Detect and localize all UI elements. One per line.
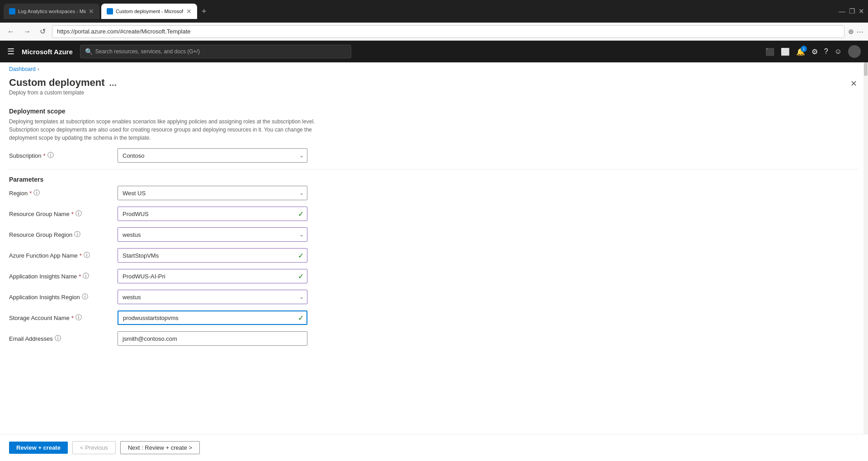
subscription-select-wrapper: Contoso ⌄ — [118, 148, 307, 163]
browser-controls: ← → ↺ ⊛ ⋯ — [0, 23, 868, 41]
browser-menu-icon[interactable]: ⋯ — [857, 28, 863, 36]
subscription-row: Subscription * ⓘ Contoso ⌄ — [9, 148, 859, 163]
application-insights-name-control: ✓ — [118, 269, 307, 283]
forward-button[interactable]: → — [21, 26, 33, 38]
application-insights-region-control: westus eastus westeurope ⌄ — [118, 290, 307, 304]
application-insights-region-row: Application Insights Region ⓘ westus eas… — [9, 290, 859, 304]
storage-account-name-control: ✓ — [118, 310, 307, 325]
next-button[interactable]: Next : Review + create > — [120, 441, 200, 454]
deployment-scope-title: Deployment scope — [9, 108, 859, 115]
subscription-info-icon[interactable]: ⓘ — [47, 151, 54, 160]
scrollbar-thumb[interactable] — [864, 62, 868, 76]
region-control: West US East US West Europe ⌄ — [118, 186, 307, 200]
azure-function-app-name-label-text: Azure Function App Name — [9, 252, 78, 259]
tab-close-2[interactable]: ✕ — [186, 8, 192, 15]
sidebar-toggle-button[interactable]: ☰ — [7, 47, 14, 56]
email-addresses-info-icon[interactable]: ⓘ — [55, 334, 61, 343]
resource-group-region-info-icon[interactable]: ⓘ — [74, 230, 80, 239]
resource-group-region-select[interactable]: westus eastus westeurope — [118, 227, 307, 242]
subscription-control: Contoso ⌄ — [118, 148, 307, 163]
review-create-button[interactable]: Review + create — [9, 442, 68, 454]
resource-group-name-control: ✓ — [118, 207, 307, 221]
settings-icon[interactable]: ⚙ — [811, 47, 818, 56]
window-close-button[interactable]: ✕ — [859, 7, 864, 15]
azure-function-app-name-input[interactable] — [118, 248, 307, 263]
subscription-select[interactable]: Contoso — [118, 148, 307, 163]
resource-group-name-row: Resource Group Name * ⓘ ✓ — [9, 207, 859, 221]
resource-group-name-input-wrapper: ✓ — [118, 207, 307, 221]
feedback-icon[interactable]: ⬜ — [781, 47, 790, 56]
window-minimize-button[interactable]: — — [839, 7, 845, 15]
resource-group-name-input[interactable] — [118, 207, 307, 221]
window-restore-button[interactable]: ❐ — [849, 7, 855, 15]
parameters-title: Parameters — [9, 176, 859, 183]
extensions-icon[interactable]: ⊛ — [848, 28, 854, 36]
region-select-wrapper: West US East US West Europe ⌄ — [118, 186, 307, 200]
content-scroll-area[interactable]: Deployment scope Deploying templates at … — [0, 101, 868, 434]
resource-group-region-select-wrapper: westus eastus westeurope ⌄ — [118, 227, 307, 242]
refresh-button[interactable]: ↺ — [37, 25, 48, 38]
user-avatar[interactable] — [848, 45, 861, 58]
storage-account-name-label: Storage Account Name * ⓘ — [9, 314, 118, 322]
region-label-text: Region — [9, 190, 28, 197]
search-placeholder: Search resources, services, and docs (G+… — [95, 48, 200, 55]
browser-right-icons: ⊛ ⋯ — [848, 28, 863, 36]
previous-button[interactable]: < Previous — [72, 441, 116, 454]
azure-function-app-name-info-icon[interactable]: ⓘ — [84, 251, 90, 259]
region-select[interactable]: West US East US West Europe — [118, 186, 307, 200]
main-content-area: Dashboard › Custom deployment ... Deploy… — [0, 62, 868, 461]
tab-custom-deployment[interactable]: Custom deployment - Microsoft... ✕ — [101, 4, 197, 19]
page-close-button[interactable]: ✕ — [849, 77, 859, 90]
subscription-required-marker: * — [43, 152, 46, 159]
new-tab-button[interactable]: + — [199, 7, 209, 16]
region-info-icon[interactable]: ⓘ — [33, 189, 40, 197]
help-icon[interactable]: ? — [824, 47, 828, 56]
notification-badge: 1 — [801, 46, 807, 52]
address-bar[interactable] — [52, 25, 844, 38]
azure-function-app-name-label: Azure Function App Name * ⓘ — [9, 251, 118, 259]
page-title-text: Custom deployment — [9, 77, 104, 89]
subscription-label-text: Subscription — [9, 152, 42, 159]
tab-log-analytics[interactable]: Log Analytics workspaces - Micr... ✕ — [4, 4, 99, 19]
application-insights-region-info-icon[interactable]: ⓘ — [82, 293, 88, 301]
resource-group-name-label: Resource Group Name * ⓘ — [9, 210, 118, 218]
cloud-shell-icon[interactable]: ⬛ — [765, 47, 774, 56]
storage-account-name-input[interactable] — [118, 310, 307, 325]
application-insights-name-row: Application Insights Name * ⓘ ✓ — [9, 269, 859, 283]
application-insights-region-select[interactable]: westus eastus westeurope — [118, 290, 307, 304]
feedback-smile-icon[interactable]: ☺ — [835, 47, 842, 56]
application-insights-name-input-wrapper: ✓ — [118, 269, 307, 283]
breadcrumb: Dashboard › — [0, 62, 868, 74]
resource-group-region-label-text: Resource Group Region — [9, 231, 72, 238]
resource-group-name-info-icon[interactable]: ⓘ — [75, 210, 82, 218]
application-insights-name-info-icon[interactable]: ⓘ — [83, 272, 89, 280]
email-addresses-input[interactable] — [118, 331, 307, 346]
breadcrumb-home[interactable]: Dashboard — [9, 66, 36, 72]
azure-function-app-name-control: ✓ — [118, 248, 307, 263]
resource-group-region-label: Resource Group Region ⓘ — [9, 230, 118, 239]
azure-function-app-name-row: Azure Function App Name * ⓘ ✓ — [9, 248, 859, 263]
resource-group-region-control: westus eastus westeurope ⌄ — [118, 227, 307, 242]
region-row: Region * ⓘ West US East US West Europe ⌄ — [9, 186, 859, 200]
email-addresses-label: Email Addresses ⓘ — [9, 334, 118, 343]
page-title-more-button[interactable]: ... — [109, 78, 117, 88]
application-insights-name-check-icon: ✓ — [298, 272, 304, 281]
storage-account-name-label-text: Storage Account Name — [9, 315, 70, 321]
tab-close-1[interactable]: ✕ — [89, 8, 94, 15]
back-button[interactable]: ← — [5, 26, 17, 38]
page-title-group: Custom deployment ... Deploy from a cust… — [9, 77, 117, 96]
storage-account-name-row: Storage Account Name * ⓘ ✓ — [9, 310, 859, 325]
subscription-label: Subscription * ⓘ — [9, 151, 118, 160]
breadcrumb-separator: › — [38, 66, 39, 72]
storage-account-name-info-icon[interactable]: ⓘ — [75, 314, 82, 322]
resource-group-name-check-icon: ✓ — [298, 210, 304, 218]
azure-logo: Microsoft Azure — [22, 48, 73, 56]
application-insights-name-input[interactable] — [118, 269, 307, 283]
email-addresses-input-wrapper — [118, 331, 307, 346]
azure-function-app-name-input-wrapper: ✓ — [118, 248, 307, 263]
notifications-icon[interactable]: 🔔 1 — [796, 47, 805, 56]
browser-chrome: Log Analytics workspaces - Micr... ✕ Cus… — [0, 0, 868, 23]
email-addresses-label-text: Email Addresses — [9, 335, 53, 342]
scrollbar-track — [863, 62, 868, 434]
global-search-box[interactable]: 🔍 Search resources, services, and docs (… — [80, 45, 351, 58]
